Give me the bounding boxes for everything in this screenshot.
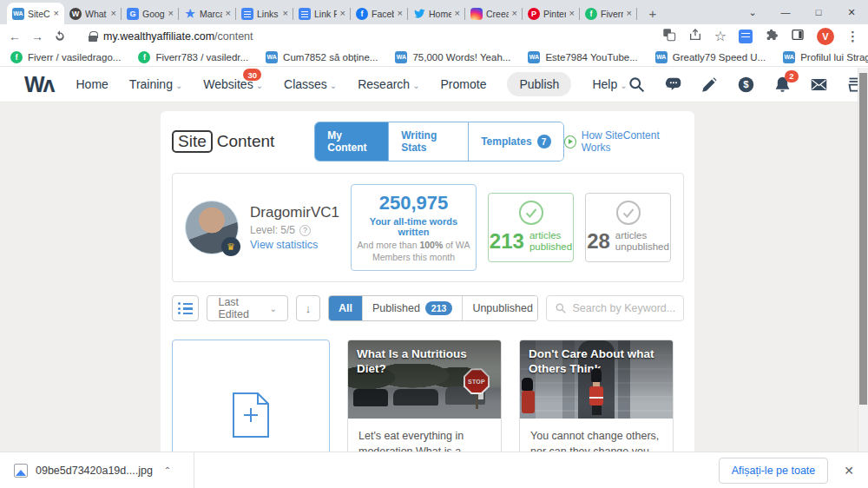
close-download-bar-icon[interactable]: ✕ [844,464,854,478]
browser-tab-bookmarks[interactable]: ★ Marcaj × [179,3,236,24]
browser-tab-google[interactable]: G Googl × [122,3,179,24]
browser-tab-wordpress[interactable]: W What I × [64,3,122,24]
websites-badge: 30 [243,69,261,81]
tab-close-icon[interactable]: × [569,9,575,18]
tab-close-icon[interactable]: × [283,9,288,18]
filter-all[interactable]: All [329,296,362,320]
browser-tab-instagram[interactable]: Creea × [465,3,523,24]
page-url: my.wealthyaffiliate.com/content [103,30,253,43]
wealthy-affiliate-favicon: WA [395,51,407,63]
view-statistics-link[interactable]: View statistics [250,239,339,251]
minimize-icon[interactable]: — [769,0,802,24]
bookmark-item[interactable]: WACum7852 să obține... [266,51,378,63]
back-icon[interactable]: ← [9,30,21,43]
published-articles-box: 213 articlespublished [488,193,574,262]
downloaded-file-name: 09be5d73420a19d....jpg [36,465,153,477]
tab-my-content[interactable]: My Content [315,122,388,161]
tab-search-icon[interactable]: ⌄ [736,0,769,24]
downloaded-file-chip[interactable]: 09be5d73420a19d....jpg ⌃ [14,464,171,478]
browser-tab-twitter[interactable]: Home × [408,3,465,24]
browser-tab-facebook[interactable]: f Facebo × [351,3,408,24]
nav-item-publish[interactable]: Publish [507,72,571,96]
words-subtext: And more than 100% of WA Members this mo… [357,240,470,263]
nav-item-promote[interactable]: Promote [441,77,487,91]
browser-tab-links[interactable]: Links c × [236,3,293,24]
article-card[interactable]: Don't Care About what Others Think You c… [519,340,674,452]
tab-close-icon[interactable]: × [226,9,231,18]
sort-direction-button[interactable]: ↓ [296,295,320,321]
lock-icon [89,31,97,42]
tab-templates[interactable]: Templates7 [468,122,562,161]
tab-close-icon[interactable]: × [398,9,403,18]
bookmark-item[interactable]: WA75,000 Words! Yeah... [395,51,510,63]
bookmark-item[interactable]: fFiverr783 / vasiledr... [138,51,248,63]
browser-tab-pinterest[interactable]: P Pintere × [523,3,580,24]
maximize-icon[interactable]: □ [802,0,835,24]
bookmark-item[interactable]: WAGreatly79 Speed U... [655,51,766,63]
list-view-button[interactable] [172,295,199,321]
help-icon[interactable]: ? [299,225,311,236]
search-icon[interactable] [628,76,646,94]
avatar[interactable]: ♛ [185,201,239,254]
nav-item-websites[interactable]: Websites⌄30 [203,77,263,91]
nav-item-research[interactable]: Research⌄ [358,77,419,91]
mail-icon[interactable] [810,76,828,94]
tab-close-icon[interactable]: × [512,9,517,18]
sort-dropdown[interactable]: Last Edited ⌄ [207,295,288,321]
notifications-bell-icon[interactable]: 2 [773,76,792,94]
show-all-downloads-button[interactable]: Afișați-le pe toate [719,458,829,484]
filter-published[interactable]: Published 213 [362,296,462,320]
nav-item-training[interactable]: Training⌄ [129,77,182,91]
tab-close-icon[interactable]: × [111,9,116,18]
create-new-card[interactable]: Create New [172,340,330,452]
nav-item-help[interactable]: Help⌄ [592,77,627,91]
twitter-favicon [413,8,425,20]
page-scrollbar[interactable] [858,68,868,452]
tab-close-icon[interactable]: × [627,9,632,18]
reload-icon[interactable] [54,30,66,43]
translate-page-icon[interactable] [662,28,676,45]
article-card[interactable]: STOP What Is a Nutritious Diet? Let's ea… [347,340,502,452]
extensions-puzzle-icon[interactable] [765,28,779,45]
published-label: articlespublished [529,230,572,253]
nav-item-classes[interactable]: Classes⌄ [284,77,337,91]
browser-tab-sitecontent[interactable]: WA SiteCo × [7,3,64,24]
chevron-down-icon: ⌄ [620,81,627,90]
tab-close-icon[interactable]: × [168,9,174,18]
bookmark-item[interactable]: WAProfilul lui Straggle... [783,51,868,63]
chevron-down-icon: ⌄ [330,81,337,90]
browser-tab-linkfi[interactable]: Link Fi × [293,3,351,24]
url-bar[interactable]: my.wealthyaffiliate.com/content [76,30,652,43]
chevron-down-icon: ⌄ [270,304,277,313]
share-icon[interactable] [688,28,702,45]
close-window-icon[interactable]: ✕ [835,0,868,24]
forward-icon[interactable]: → [31,30,43,43]
scrollbar-thumb[interactable] [859,73,867,405]
filter-unpublished[interactable]: Unpublished 28 [462,296,538,320]
bookmark-item[interactable]: WAEste7984 YouTube... [528,51,637,63]
tab-writing-stats[interactable]: Writing Stats [388,122,468,161]
pencil-icon[interactable] [700,76,719,94]
nav-item-home[interactable]: Home [76,77,108,91]
dollar-icon[interactable]: $ [737,76,755,94]
fiverr-favicon: f [138,51,150,63]
bookmark-item[interactable]: fFiverr / vasiledrago... [10,51,121,63]
filter-segments: All Published 213 Unpublished 28 [328,295,538,321]
chevron-up-icon[interactable]: ⌃ [164,465,171,475]
search-input[interactable] [572,302,675,314]
new-tab-button[interactable]: + [642,3,663,23]
browser-profile-avatar[interactable]: V [817,28,834,45]
browser-tab-fiverr[interactable]: f Fiverr × [580,3,637,24]
browser-menu-kebab-icon[interactable]: ⋮ [846,30,859,43]
how-sitecontent-works-link[interactable]: How SiteContent Works [564,129,684,154]
side-panel-icon[interactable] [791,28,805,45]
facebook-favicon: f [356,8,368,20]
tab-close-icon[interactable]: × [54,9,59,18]
browser-tab-strip: WA SiteCo × W What I × G Googl × ★ Marca… [0,0,868,24]
tab-close-icon[interactable]: × [340,9,345,18]
bookmark-star-icon[interactable]: ☆ [714,30,727,43]
tab-close-icon[interactable]: × [455,9,460,18]
translate-extension-icon[interactable] [739,30,753,43]
wa-logo-icon[interactable]: Wʌ [24,72,54,97]
chat-icon[interactable] [664,76,682,94]
